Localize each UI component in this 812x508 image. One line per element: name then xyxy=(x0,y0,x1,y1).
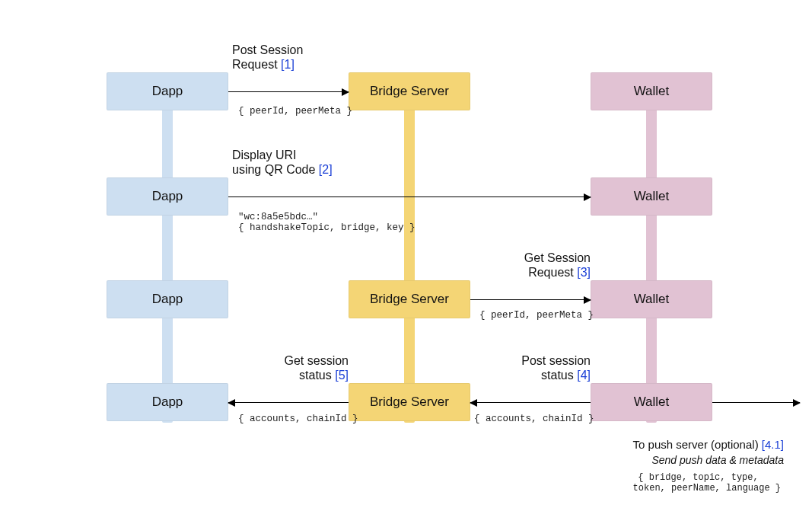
node-wallet-2: Wallet xyxy=(591,177,712,216)
node-bridge-4: Bridge Server xyxy=(349,383,470,421)
text: Request xyxy=(232,58,278,71)
subtitle: Send push data & metadata xyxy=(651,454,784,466)
lifeline-bridge xyxy=(404,72,415,423)
node-bridge-1: Bridge Server xyxy=(349,72,470,110)
line: { bridge, topic, type, xyxy=(638,472,758,483)
label: Dapp xyxy=(152,292,183,307)
payload-step-3: { peerId, peerMeta } xyxy=(479,310,594,321)
label: Bridge Server xyxy=(370,292,449,307)
label-step-4: Post session status [4] xyxy=(487,353,591,382)
arrow-step-3 xyxy=(470,299,591,300)
label-step-1: Post Session Request [1] xyxy=(232,43,303,72)
lifeline-dapp xyxy=(162,72,173,423)
step-num: [4.1] xyxy=(762,438,784,451)
label-step-2: Display URI using QR Code [2] xyxy=(232,148,333,177)
node-dapp-3: Dapp xyxy=(107,280,228,318)
lifeline-wallet xyxy=(646,72,657,423)
label: Dapp xyxy=(152,395,183,410)
node-wallet-4: Wallet xyxy=(591,383,712,421)
text: Post Session xyxy=(232,43,303,56)
text: Get session xyxy=(285,354,349,367)
line: token, peerName, language } xyxy=(616,483,781,494)
label: Wallet xyxy=(634,84,670,99)
payload-step-2: "wc:8a5e5bdc…"{ handshakeTopic, bridge, … xyxy=(238,212,416,233)
node-bridge-3: Bridge Server xyxy=(349,280,470,318)
text: Get Session xyxy=(524,251,591,264)
payload-step-4-1: { bridge, topic, type, token, peerName, … xyxy=(616,472,780,494)
walletconnect-sequence-diagram: Dapp Bridge Server Wallet Post Session R… xyxy=(0,0,812,508)
text: Post session xyxy=(521,354,591,367)
step-num: [2] xyxy=(319,163,333,176)
arrow-step-4 xyxy=(470,402,591,403)
text: Request xyxy=(528,266,574,279)
label-step-3: Get Session Request [3] xyxy=(487,251,591,280)
step-num: [4] xyxy=(577,369,591,382)
line: "wc:8a5e5bdc…" xyxy=(238,212,318,222)
line: { handshakeTopic, bridge, key } xyxy=(238,222,416,233)
label-step-4-1: To push server (optional) [4.1] Send pus… xyxy=(586,437,784,467)
node-dapp-2: Dapp xyxy=(107,177,228,216)
node-wallet-3: Wallet xyxy=(591,280,712,318)
label: Dapp xyxy=(152,189,183,204)
text: status xyxy=(299,369,332,382)
text: status xyxy=(541,369,574,382)
arrow-step-4-1 xyxy=(712,402,800,403)
arrow-step-5 xyxy=(228,402,349,403)
label: Wallet xyxy=(634,395,670,410)
label-step-5: Get session status [5] xyxy=(245,353,349,382)
label: Wallet xyxy=(634,292,670,307)
arrow-step-1 xyxy=(228,91,349,92)
label: Dapp xyxy=(152,84,183,99)
payload-step-5: { accounts, chainId } xyxy=(238,414,358,424)
label: Bridge Server xyxy=(370,395,449,410)
arrow-step-2 xyxy=(228,196,591,197)
step-num: [3] xyxy=(577,266,591,279)
node-wallet-1: Wallet xyxy=(591,72,712,110)
label: Bridge Server xyxy=(370,84,449,99)
payload-step-4: { accounts, chainId } xyxy=(474,414,594,424)
text: using QR Code xyxy=(232,163,315,176)
step-num: [5] xyxy=(335,369,349,382)
node-dapp-4: Dapp xyxy=(107,383,228,421)
label: Wallet xyxy=(634,189,670,204)
text: Display URI xyxy=(232,149,296,161)
node-dapp-1: Dapp xyxy=(107,72,228,110)
text: To push server (optional) xyxy=(633,438,759,451)
payload-step-1: { peerId, peerMeta } xyxy=(238,106,352,117)
step-num: [1] xyxy=(281,58,295,71)
